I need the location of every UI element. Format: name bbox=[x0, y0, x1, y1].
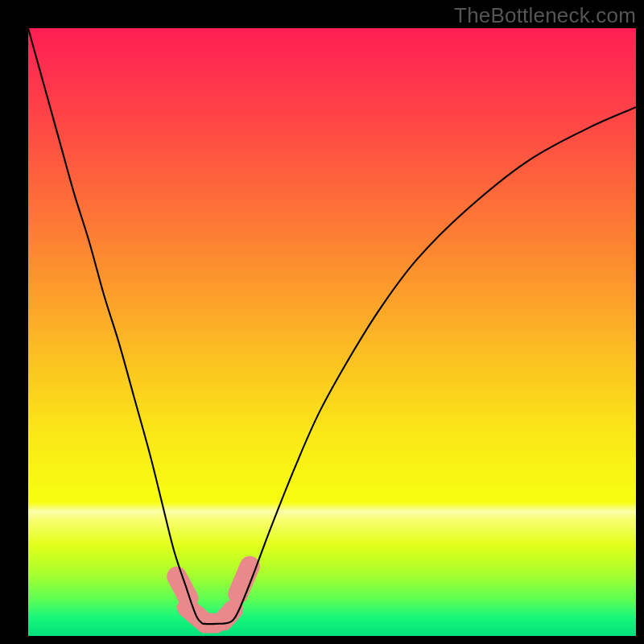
outer-frame: TheBottleneck.com bbox=[0, 0, 644, 644]
chart-canvas bbox=[28, 28, 636, 636]
plot-area bbox=[28, 28, 636, 636]
watermark-text: TheBottleneck.com bbox=[454, 3, 636, 28]
